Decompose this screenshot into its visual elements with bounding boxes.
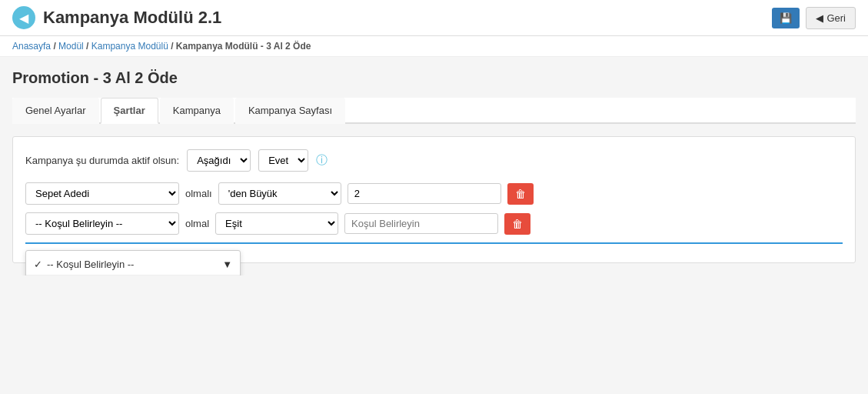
status-direction-select[interactable]: Aşağıdı xyxy=(187,149,251,172)
campaign-status-label: Kampanya şu durumda aktif olsun: xyxy=(25,155,179,166)
main-content: Promotion - 3 Al 2 Öde Genel Ayarlar Şar… xyxy=(0,57,868,275)
tab-kampanya[interactable]: Kampanya xyxy=(160,98,234,124)
breadcrumb-home[interactable]: Anasayfa xyxy=(12,41,51,52)
back-button[interactable]: ◀ Geri xyxy=(806,7,856,29)
tab-genel-ayarlar[interactable]: Genel Ayarlar xyxy=(12,98,99,124)
info-icon[interactable]: ⓘ xyxy=(316,153,328,168)
condition-field-select-1[interactable]: Sepet Adedi xyxy=(25,182,179,205)
condition-operator-label-2: olmal xyxy=(185,218,209,229)
dropdown-arrow: ▼ xyxy=(222,259,232,270)
back-arrow-icon: ◀ xyxy=(816,12,823,24)
breadcrumb-sep2: / xyxy=(86,41,91,52)
delete-icon-1: 🗑 xyxy=(515,188,526,200)
breadcrumb-current: Kampanya Modülü - 3 Al 2 Öde xyxy=(176,41,311,52)
header-left: ◀ Kampanya Modülü 2.1 xyxy=(12,6,221,29)
tabs-container: Genel Ayarlar Şartlar Kampanya Kampanya … xyxy=(12,98,856,124)
tab-kampanya-sayfasi[interactable]: Kampanya Sayfası xyxy=(235,98,345,124)
page-title: Promotion - 3 Al 2 Öde xyxy=(12,69,856,87)
condition-field-select-2[interactable]: -- Koşul Belirleyin -- xyxy=(25,212,179,235)
content-card: Kampanya şu durumda aktif olsun: Aşağıdı… xyxy=(12,136,856,263)
tab-sartlar[interactable]: Şartlar xyxy=(101,98,158,124)
delete-condition-button-2[interactable]: 🗑 xyxy=(504,213,530,235)
condition-operator-select-2[interactable]: Eşit xyxy=(215,212,338,235)
delete-icon-2: 🗑 xyxy=(512,218,523,230)
dropdown-selected-item[interactable]: ✓ -- Koşul Belirleyin -- ▼ xyxy=(26,254,240,275)
app-title: Kampanya Modülü 2.1 xyxy=(43,8,221,28)
condition-operator-select-1[interactable]: 'den Büyük xyxy=(218,182,341,205)
condition-value-input-2[interactable] xyxy=(344,213,498,234)
condition-row-2: -- Koşul Belirleyin -- olmal Eşit 🗑 xyxy=(25,212,843,235)
campaign-status-row: Kampanya şu durumda aktif olsun: Aşağıdı… xyxy=(25,149,843,172)
top-header: ◀ Kampanya Modülü 2.1 💾 ◀ Geri xyxy=(0,0,868,36)
breadcrumb-sep3: / xyxy=(171,41,176,52)
condition-value-input-1[interactable] xyxy=(348,183,501,204)
save-button[interactable]: 💾 xyxy=(772,8,800,28)
save-icon: 💾 xyxy=(780,12,792,24)
delete-condition-button-1[interactable]: 🗑 xyxy=(507,183,534,205)
back-circle-icon[interactable]: ◀ xyxy=(12,6,35,29)
breadcrumb-module[interactable]: Modül xyxy=(58,41,84,52)
condition-row-1: Sepet Adedi olmalı 'den Büyük 🗑 xyxy=(25,182,843,205)
status-value-select[interactable]: Evet xyxy=(258,149,308,172)
breadcrumb-kampanya[interactable]: Kampanya Modülü xyxy=(91,41,168,52)
checkmark-icon: ✓ xyxy=(34,259,42,270)
dropdown-list: ✓ -- Koşul Belirleyin -- ▼ Sepet Koşulu … xyxy=(25,250,241,275)
header-right: 💾 ◀ Geri xyxy=(772,7,856,29)
back-label: Geri xyxy=(826,12,846,24)
condition-operator-label-1: olmalı xyxy=(185,188,212,199)
divider xyxy=(25,242,843,244)
dropdown-selected-label: -- Koşul Belirleyin -- xyxy=(47,259,134,270)
breadcrumb: Anasayfa / Modül / Kampanya Modülü / Kam… xyxy=(0,36,868,57)
